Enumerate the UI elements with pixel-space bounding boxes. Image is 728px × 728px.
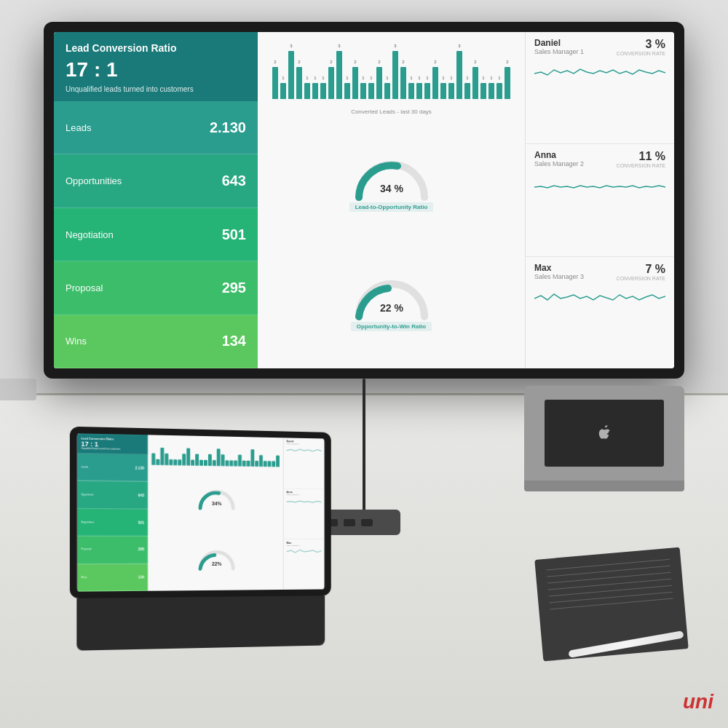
tablet-bars [150, 438, 281, 469]
laptop-base [524, 480, 684, 491]
sp-daniel-name: Daniel [534, 38, 584, 48]
sp-daniel-info: Daniel Sales Manager 1 [534, 38, 584, 55]
bars-container: 213211123121121321112113121112 [269, 41, 513, 99]
tablet-bar [229, 460, 233, 466]
bar: 2 [328, 67, 334, 99]
tablet-gauge-svg: 34% [195, 485, 238, 510]
notebook-line-2 [547, 566, 670, 577]
bar: 1 [424, 83, 430, 99]
left-panel: Lead Conversion Ratio 17 : 1 Unqualified… [54, 32, 258, 368]
tablet-metric-1-label: Leads [81, 465, 88, 468]
bar: 1 [312, 83, 318, 99]
lcr-subtitle: Unqualified leads turned into customers [66, 84, 246, 94]
metric-neg-label: Negotiation [66, 229, 114, 240]
lcr-header: Lead Conversion Ratio 17 : 1 Unqualified… [54, 32, 258, 101]
bar: 3 [336, 51, 342, 99]
sp-daniel-pct: 3 % [617, 38, 665, 51]
tablet-gauge2: 22% [150, 528, 281, 589]
usb-port-3 [361, 519, 373, 526]
bar: 1 [384, 83, 390, 99]
sp-max-name: Max [534, 263, 584, 273]
lcr-ratio: 17 : 1 [66, 58, 246, 82]
metrics-list: Leads 2.130 Opportunities 643 Negotiatio… [54, 101, 258, 368]
tablet-metric-1: Leads 2.130 [77, 454, 148, 482]
bar: 1 [280, 83, 286, 99]
notebook-line-1 [547, 559, 670, 571]
right-panel: Daniel Sales Manager 1 3 % CONVERSION RA… [525, 32, 674, 368]
metric-leads: Leads 2.130 [54, 101, 258, 154]
laptop-screen [545, 400, 663, 466]
sp-max-chart [534, 284, 665, 306]
tablet-sp-3: Max Sales Manager 3 [284, 539, 325, 590]
tablet-right: Daniel Sales Manager 1 Anna Sales Manage… [283, 438, 325, 590]
tablet-metric-2-label: Opportunit. [81, 493, 94, 496]
tablet-bar [217, 448, 221, 466]
sp-anna-role: Sales Manager 2 [534, 160, 584, 167]
notebook [539, 553, 699, 670]
gauge-1: 34 % Lead-to-Opportunity Ratio [348, 150, 435, 212]
gauge-1-svg: 34 % [348, 150, 435, 201]
gauge-2-svg: 22 % [348, 269, 435, 320]
sp-anna-pct-label: CONVERSION RATE [617, 163, 665, 168]
metric-prop-value: 295 [222, 280, 246, 296]
tablet-bar [247, 461, 250, 467]
sp-max-pct: 7 % [617, 263, 665, 276]
tablet-bar [272, 461, 275, 467]
apple-logo-icon [598, 425, 611, 441]
metric-proposal: Proposal 295 [54, 261, 258, 314]
tablet-bar [242, 461, 246, 467]
metric-prop-label: Proposal [66, 282, 103, 293]
sp-anna-pct: 11 % [617, 150, 665, 163]
metric-neg-value: 501 [222, 226, 246, 243]
tablet-bar [160, 448, 164, 465]
tablet-bar [173, 459, 177, 465]
tv-monitor: Lead Conversion Ratio 17 : 1 Unqualified… [44, 22, 684, 379]
bar: 1 [360, 83, 366, 99]
bar-chart-title: Converted Leads - last 30 days [264, 108, 519, 115]
gauge-2: 22 % Opportunity-to-Win Ratio [348, 269, 435, 331]
bar: 1 [480, 83, 486, 99]
bar: 1 [496, 83, 502, 99]
bar: 1 [344, 83, 350, 99]
bar-chart-area: 213211123121121321112113121112 Converted… [264, 38, 519, 118]
bar: 1 [320, 83, 326, 99]
bar: 1 [464, 83, 470, 99]
tablet-gauge: 34% [150, 467, 281, 529]
notebook-lines [547, 559, 673, 610]
gauge-1-label: Lead-to-Opportunity Ratio [349, 202, 434, 212]
tablet-metrics: Leads 2.130 Opportunit. 643 Negotiation … [77, 454, 148, 592]
tablet-bar [182, 454, 186, 465]
bar: 1 [416, 83, 422, 99]
tablet-screen: Lead Conversion Ratio 17 : 1 Unqualified… [77, 433, 324, 591]
metric-negotiation: Negotiation 501 [54, 208, 258, 261]
uni-logo: uni [683, 690, 713, 713]
sp-max-role: Sales Manager 3 [534, 273, 584, 280]
gauge-2-label: Opportunity-to-Win Ratio [351, 322, 432, 331]
tablet-bar [259, 455, 263, 467]
tablet-bar [276, 456, 280, 467]
tablet-metric-4-value: 295 [138, 547, 144, 552]
bar: 1 [408, 83, 414, 99]
tablet-keyboard [76, 596, 325, 651]
notebook-line-3 [547, 572, 670, 584]
salesperson-anna: Anna Sales Manager 2 11 % CONVERSION RAT… [526, 144, 674, 256]
bar: 2 [272, 67, 278, 99]
tablet-lcr: Lead Conversion Ratio 17 : 1 Unqualified… [77, 433, 148, 454]
tv-cable [363, 379, 365, 524]
salesperson-max: Max Sales Manager 3 7 % CONVERSION RATE [526, 257, 674, 368]
tablet-sp-1-chart [286, 445, 321, 454]
tablet-dashboard: Lead Conversion Ratio 17 : 1 Unqualified… [77, 433, 324, 591]
bar: 2 [472, 67, 478, 99]
tablet-metric-2: Opportunit. 643 [77, 481, 148, 510]
tablet-metric-3-label: Negotiation [81, 521, 94, 523]
tablet-middle: 34% 22% [148, 435, 282, 590]
tablet-bar [165, 454, 168, 465]
bar: 1 [488, 83, 494, 99]
bar: 1 [304, 83, 310, 99]
usb-port-2 [344, 519, 355, 526]
tablet-metric-4: Proposal 295 [77, 537, 148, 564]
bar: 2 [432, 67, 438, 99]
tablet-bar [178, 459, 181, 465]
notebook-line-7 [550, 598, 673, 610]
notebook-line-5 [549, 585, 672, 597]
